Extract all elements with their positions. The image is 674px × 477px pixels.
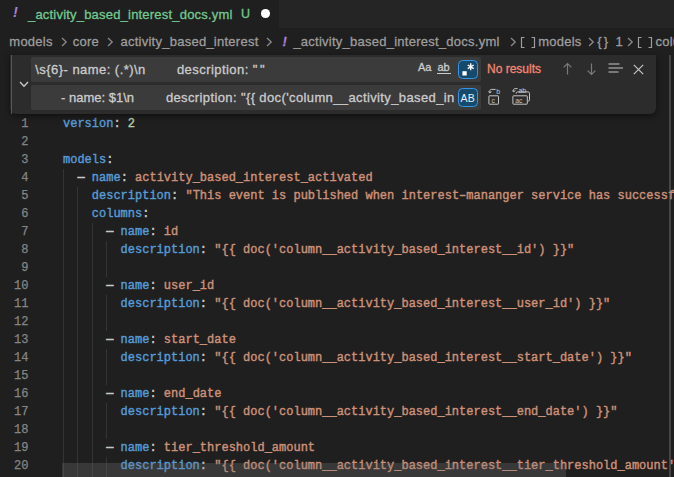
svg-text:ac: ac — [515, 97, 523, 104]
svg-text:c: c — [491, 97, 495, 104]
svg-text:ab: ab — [518, 87, 526, 94]
svg-text:b: b — [496, 88, 500, 95]
